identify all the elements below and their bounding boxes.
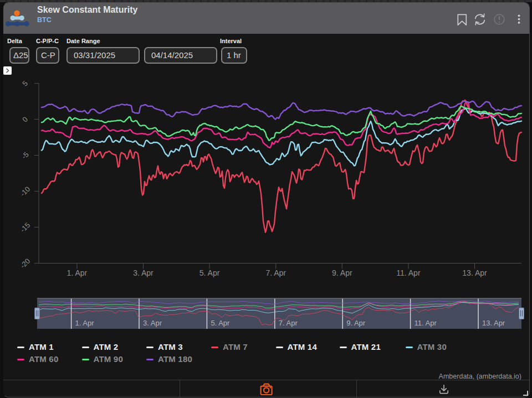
svg-text:3. Apr: 3. Apr xyxy=(133,268,154,277)
svg-text:9. Apr: 9. Apr xyxy=(346,319,366,327)
svg-text:-5: -5 xyxy=(20,150,30,161)
svg-text:9. Apr: 9. Apr xyxy=(332,268,352,277)
svg-text:-10: -10 xyxy=(18,185,32,198)
svg-text:-15: -15 xyxy=(18,221,32,234)
svg-text:5. Apr: 5. Apr xyxy=(200,268,220,277)
svg-text:1. Apr: 1. Apr xyxy=(75,319,95,327)
svg-text:0: 0 xyxy=(21,115,29,124)
svg-text:5: 5 xyxy=(21,79,29,88)
svg-text:13. Apr: 13. Apr xyxy=(482,319,505,327)
svg-text:5. Apr: 5. Apr xyxy=(211,319,230,327)
svg-text:3. Apr: 3. Apr xyxy=(143,319,162,327)
svg-text:1. Apr: 1. Apr xyxy=(67,268,88,277)
svg-text:7. Apr: 7. Apr xyxy=(265,268,286,277)
svg-text:11. Apr: 11. Apr xyxy=(415,319,437,327)
svg-text:11. Apr: 11. Apr xyxy=(396,268,421,277)
svg-text:13. Apr: 13. Apr xyxy=(462,268,487,277)
svg-text:-20: -20 xyxy=(18,257,32,270)
